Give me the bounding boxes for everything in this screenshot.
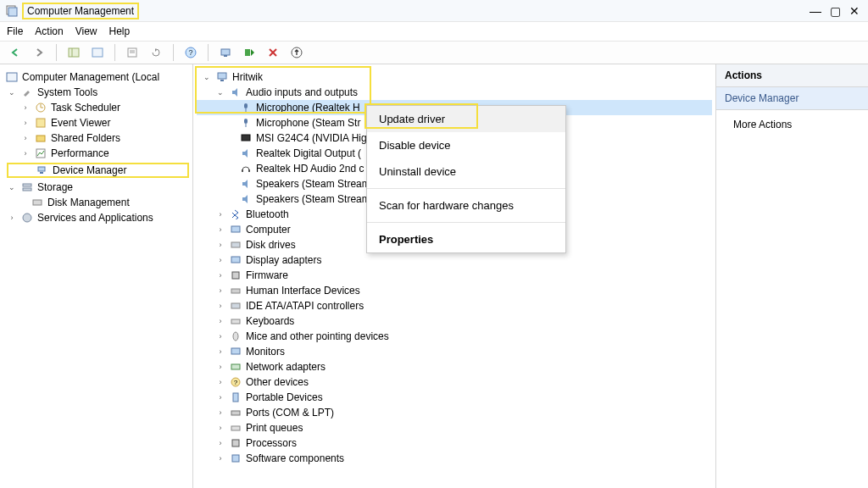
tree-services[interactable]: Services and Applications <box>37 212 153 224</box>
chevron-right-icon[interactable]: › <box>215 225 225 235</box>
device-item[interactable]: MSI G24C4 (NVIDIA Hig <box>256 132 367 144</box>
menu-update-driver[interactable]: Update driver <box>367 106 565 132</box>
chevron-right-icon[interactable]: › <box>215 362 225 372</box>
chevron-right-icon[interactable]: › <box>215 240 225 250</box>
device-item[interactable]: Realtek HD Audio 2nd c <box>256 163 364 175</box>
category-label[interactable]: Monitors <box>246 346 285 358</box>
chevron-right-icon[interactable]: › <box>20 103 31 113</box>
chevron-right-icon[interactable]: › <box>215 408 225 418</box>
category-label[interactable]: Print queues <box>246 422 303 434</box>
device-category[interactable]: ›Display adapters <box>197 252 712 268</box>
device-category[interactable]: ›Processors <box>197 435 712 451</box>
chevron-right-icon[interactable]: › <box>215 301 225 311</box>
maximize-button[interactable]: ▢ <box>830 4 841 18</box>
tree-performance[interactable]: Performance <box>51 147 109 159</box>
chevron-right-icon[interactable]: › <box>215 392 225 402</box>
tree-system-tools[interactable]: System Tools <box>37 86 97 98</box>
category-label[interactable]: Processors <box>246 437 297 449</box>
menu-uninstall-device[interactable]: Uninstall device <box>367 158 565 185</box>
uninstall-icon[interactable] <box>264 44 281 61</box>
menu-scan-hardware[interactable]: Scan for hardware changes <box>367 192 565 219</box>
tree-event-viewer[interactable]: Event Viewer <box>51 117 110 129</box>
device-item[interactable]: Realtek Digital Output ( <box>256 147 361 159</box>
device-category[interactable]: ›Firmware <box>197 268 712 283</box>
category-label[interactable]: Software components <box>246 452 344 464</box>
menu-action[interactable]: Action <box>35 25 63 37</box>
console-tree[interactable]: Computer Management (Local ⌄ System Tool… <box>0 64 193 488</box>
chevron-right-icon[interactable]: › <box>7 213 17 223</box>
update-driver-icon[interactable] <box>288 44 305 61</box>
device-category[interactable]: ›Software components <box>197 451 712 466</box>
properties-icon[interactable] <box>124 44 141 61</box>
chevron-right-icon[interactable]: › <box>215 255 225 265</box>
category-label[interactable]: Mice and other pointing devices <box>246 330 389 342</box>
device-category[interactable]: ›Network adapters <box>197 359 712 374</box>
device-category[interactable]: ›Print queues <box>197 420 712 435</box>
category-label[interactable]: Computer <box>246 224 291 236</box>
chevron-right-icon[interactable]: › <box>215 209 225 219</box>
chevron-right-icon[interactable]: › <box>20 148 31 158</box>
tree-root[interactable]: Computer Management (Local <box>22 71 159 83</box>
close-button[interactable]: ✕ <box>849 4 860 18</box>
device-item[interactable]: Speakers (Steam Stream <box>256 193 370 205</box>
chevron-right-icon[interactable]: › <box>215 270 225 280</box>
refresh-icon[interactable] <box>147 44 164 61</box>
chevron-right-icon[interactable]: › <box>215 377 225 387</box>
chevron-down-icon[interactable]: ⌄ <box>215 87 225 97</box>
device-category[interactable]: ›Portable Devices <box>197 390 712 405</box>
tree-task-scheduler[interactable]: Task Scheduler <box>51 102 120 114</box>
menu-file[interactable]: File <box>7 25 23 37</box>
device-category[interactable]: ›Keyboards <box>197 313 712 329</box>
tree-device-manager[interactable]: Device Manager <box>53 164 126 176</box>
chevron-right-icon[interactable]: › <box>215 453 225 463</box>
chevron-right-icon[interactable]: › <box>215 438 225 448</box>
enable-device-icon[interactable] <box>241 44 258 61</box>
device-item[interactable]: Microphone (Realtek H <box>256 102 360 114</box>
category-label[interactable]: Ports (COM & LPT) <box>246 407 334 419</box>
device-item[interactable]: Microphone (Steam Str <box>256 117 360 129</box>
category-label[interactable]: Human Interface Devices <box>246 285 360 297</box>
show-hide-tree-icon[interactable] <box>65 44 82 61</box>
tree-storage[interactable]: Storage <box>37 181 73 193</box>
category-audio[interactable]: Audio inputs and outputs <box>246 86 358 98</box>
chevron-right-icon[interactable]: › <box>20 133 31 143</box>
device-category[interactable]: ›Mice and other pointing devices <box>197 329 712 344</box>
device-category[interactable]: ›Monitors <box>197 344 712 359</box>
computer-name[interactable]: Hritwik <box>232 71 263 83</box>
device-item[interactable]: Speakers (Steam Stream <box>256 178 370 190</box>
chevron-right-icon[interactable]: › <box>215 423 225 433</box>
chevron-right-icon[interactable]: › <box>20 118 31 128</box>
menu-help[interactable]: Help <box>109 25 131 37</box>
device-category[interactable]: ›IDE ATA/ATAPI controllers <box>197 298 712 313</box>
device-tree[interactable]: ⌄ Hritwik ⌄ Audio inputs and outputs Mic… <box>193 64 715 488</box>
chevron-down-icon[interactable]: ⌄ <box>7 182 17 192</box>
category-label[interactable]: Other devices <box>246 376 309 388</box>
back-button[interactable] <box>7 44 24 61</box>
tree-disk-mgmt[interactable]: Disk Management <box>47 197 130 208</box>
chevron-down-icon[interactable]: ⌄ <box>7 87 17 97</box>
forward-button[interactable] <box>31 44 47 61</box>
device-category[interactable]: ›Ports (COM & LPT) <box>197 405 712 420</box>
menu-view[interactable]: View <box>75 25 97 37</box>
category-label[interactable]: Keyboards <box>246 315 294 327</box>
category-label[interactable]: Disk drives <box>246 239 296 251</box>
chevron-right-icon[interactable]: › <box>215 316 225 326</box>
category-label[interactable]: Firmware <box>246 269 288 281</box>
minimize-button[interactable]: — <box>810 4 821 18</box>
chevron-down-icon[interactable]: ⌄ <box>202 72 212 82</box>
menu-disable-device[interactable]: Disable device <box>367 132 565 158</box>
category-label[interactable]: Network adapters <box>246 361 326 373</box>
chevron-right-icon[interactable]: › <box>215 347 225 357</box>
scan-hardware-icon[interactable] <box>217 44 234 61</box>
category-label[interactable]: Portable Devices <box>246 391 323 403</box>
device-category[interactable]: ›?Other devices <box>197 374 712 390</box>
category-label[interactable]: Bluetooth <box>246 208 289 220</box>
chevron-right-icon[interactable]: › <box>215 286 225 296</box>
actions-subject[interactable]: Device Manager <box>716 87 868 110</box>
tree-shared-folders[interactable]: Shared Folders <box>51 132 120 144</box>
help-icon[interactable]: ? <box>182 44 199 61</box>
category-label[interactable]: IDE ATA/ATAPI controllers <box>246 300 364 312</box>
new-window-icon[interactable] <box>89 44 106 61</box>
more-actions[interactable]: More Actions <box>716 110 868 139</box>
chevron-right-icon[interactable]: › <box>215 331 225 341</box>
